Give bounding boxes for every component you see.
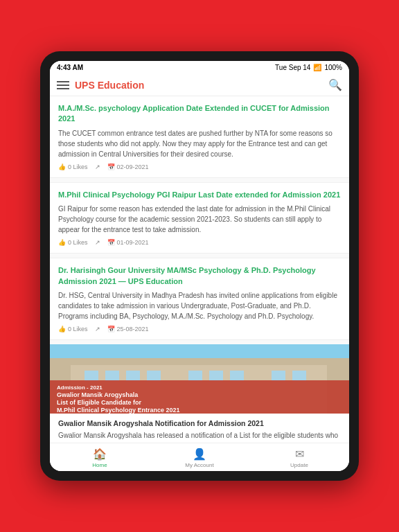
nav-label-home: Home [92,462,107,468]
article-body: GI Raipur for some reason has extended t… [58,204,341,235]
like-count: 0 Likes [68,163,88,170]
svg-rect-3 [85,371,98,381]
nav-item-home[interactable]: 🏠 Home [50,447,150,468]
calendar-icon: 📅 [107,239,115,246]
article-body: The CUCET common entrance test dates are… [58,128,341,159]
svg-rect-7 [188,371,202,381]
wifi-icon: 📶 [313,64,321,71]
share-icon: ↗ [95,326,100,332]
hamburger-line-1 [57,81,69,82]
nav-item-update[interactable]: ✉ Update [249,447,349,468]
featured-content-title[interactable]: Gwalior Mansik Arogyshala Notification f… [58,419,341,427]
date-item: 📅 25-08-2021 [107,326,149,332]
svg-text:List of Eligible Candidate for: List of Eligible Candidate for [57,399,142,406]
svg-rect-9 [230,371,244,381]
share-item[interactable]: ↗ [95,326,100,332]
svg-rect-6 [147,371,161,381]
share-icon: ↗ [95,163,100,170]
status-bar: 4:43 AM Tue Sep 14 📶 100% [50,61,349,74]
app-header: UPS Education 🔍 [50,74,349,96]
hamburger-line-2 [57,85,69,86]
article-card: Dr. Harisingh Gour University MA/MSc Psy… [50,258,349,340]
like-item[interactable]: 👍 0 Likes [58,163,88,170]
main-content[interactable]: M.A./M.Sc. psychology Application Date E… [50,96,349,443]
share-icon: ↗ [95,239,100,246]
svg-text:M.Phil Clinical Psychology Ent: M.Phil Clinical Psychology Entrance 2021 [57,407,180,414]
article-card: M.Phil Clinical Psychology PGI Raipur La… [50,183,349,254]
featured-content: Gwalior Mansik Arogyshala Notification f… [50,414,349,443]
nav-label-account: My Account [185,462,213,468]
featured-card: Admission - 2021 Gwalior Mansik Arogysha… [50,344,349,443]
svg-rect-10 [272,371,285,381]
status-icons: Tue Sep 14 📶 100% [275,64,342,71]
date-item: 📅 02-09-2021 [107,163,149,170]
header-left: UPS Education [57,80,144,91]
title-rest: Education [98,80,145,91]
like-count: 0 Likes [68,326,88,332]
article-card: M.A./M.Sc. psychology Application Date E… [50,96,349,178]
svg-text:Admission - 2021: Admission - 2021 [57,384,103,391]
tablet-screen: 4:43 AM Tue Sep 14 📶 100% UPS Education … [50,61,349,471]
thumb-icon: 👍 [58,239,66,246]
status-time: 4:43 AM [57,64,83,71]
svg-text:Gwalior Mansik Arogyshala: Gwalior Mansik Arogyshala [57,391,139,398]
update-icon: ✉ [295,447,304,461]
hamburger-line-3 [57,88,69,89]
article-title[interactable]: Dr. Harisingh Gour University MA/MSc Psy… [58,265,341,287]
battery-icon: 100% [324,64,342,71]
article-title[interactable]: M.Phil Clinical Psychology PGI Raipur La… [58,190,341,200]
article-meta: 👍 0 Likes ↗ 📅 02-09-2021 [58,163,341,170]
article-title[interactable]: M.A./M.Sc. psychology Application Date E… [58,103,341,125]
article-meta: 👍 0 Likes ↗ 📅 01-09-2021 [58,239,341,246]
status-date: Tue Sep 14 [275,64,310,71]
calendar-icon: 📅 [107,326,115,332]
app-title: UPS Education [75,80,144,91]
share-item[interactable]: ↗ [95,239,100,246]
account-icon: 👤 [193,447,206,461]
article-date: 01-09-2021 [117,239,149,246]
share-item[interactable]: ↗ [95,163,100,170]
svg-rect-4 [105,371,119,381]
date-item: 📅 01-09-2021 [107,239,149,246]
calendar-icon: 📅 [107,163,115,170]
like-count: 0 Likes [68,239,88,246]
nav-item-account[interactable]: 👤 My Account [150,447,249,468]
article-date: 02-09-2021 [117,163,149,170]
home-icon: 🏠 [93,447,107,461]
search-button[interactable]: 🔍 [328,78,342,91]
article-body: Dr. HSG, Central University in Madhya Pr… [58,290,341,321]
svg-rect-5 [126,371,140,381]
hamburger-menu[interactable] [57,81,69,89]
thumb-icon: 👍 [58,163,66,170]
like-item[interactable]: 👍 0 Likes [58,239,88,246]
tablet-frame: 4:43 AM Tue Sep 14 📶 100% UPS Education … [40,51,359,481]
like-item[interactable]: 👍 0 Likes [58,326,88,332]
title-highlight: UPS [75,80,98,91]
article-meta: 👍 0 Likes ↗ 📅 25-08-2021 [58,326,341,332]
svg-rect-11 [292,371,306,381]
thumb-icon: 👍 [58,326,66,332]
article-date: 25-08-2021 [117,326,149,332]
svg-rect-8 [209,371,223,381]
nav-label-update: Update [290,462,308,468]
featured-content-body: Gwalior Mansik Arogyshala has released a… [58,430,341,443]
bottom-navigation: 🏠 Home 👤 My Account ✉ Update [50,443,349,471]
building-svg: Admission - 2021 Gwalior Mansik Arogysha… [50,344,349,414]
featured-image: Admission - 2021 Gwalior Mansik Arogysha… [50,344,349,414]
